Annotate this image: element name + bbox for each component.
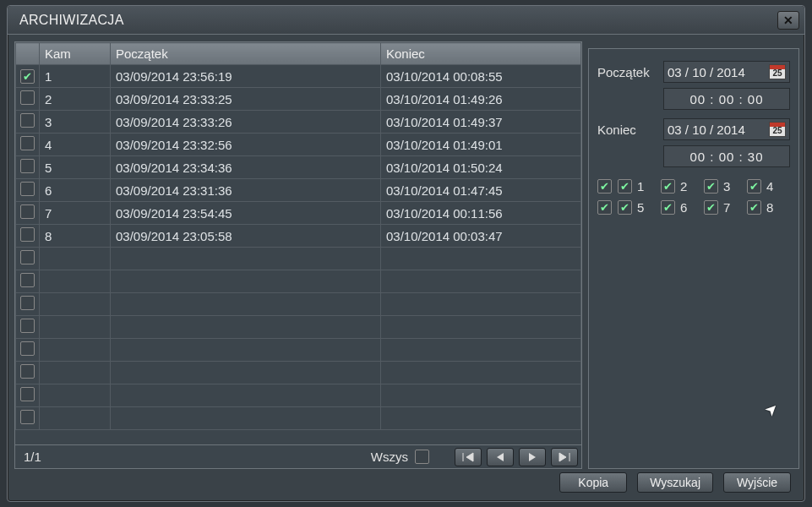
row-checkbox[interactable] [20,364,35,379]
row-checkbox[interactable] [20,273,35,287]
channel-cell: 1 [618,179,661,194]
channel-checkbox[interactable] [704,179,718,194]
row-checkbox[interactable] [20,204,35,219]
table-row[interactable]: 203/09/2014 23:33:2503/10/2014 01:49:26 [16,88,581,111]
cell-end: 03/10/2014 01:49:37 [381,111,581,134]
select-all-label: Wszys [371,450,408,464]
channel-cell: 2 [661,179,704,194]
row-checkbox[interactable] [20,341,35,356]
channel-cell: 4 [747,179,790,194]
row-checkbox[interactable] [20,410,35,424]
header-start[interactable]: Początek [111,43,381,65]
row-checkbox[interactable] [20,319,35,333]
cell-kam: 6 [40,179,111,202]
channel-checkbox[interactable] [618,179,632,194]
table-row-empty [16,316,581,339]
channel-checkbox[interactable] [661,200,675,215]
cell-start: 03/09/2014 23:31:36 [111,179,381,202]
end-time-field[interactable]: 00 : 00 : 30 [663,145,790,167]
copy-button[interactable]: Kopia [559,472,627,493]
cell-kam: 8 [40,225,111,248]
row-checkbox[interactable] [20,159,35,173]
row-checkbox[interactable] [20,136,35,150]
table-row[interactable]: 103/09/2014 23:56:1903/10/2014 00:08:55 [16,65,581,88]
start-time-field[interactable]: 00 : 00 : 00 [663,88,790,110]
end-time-value: 00 : 00 : 30 [689,150,763,164]
table-row[interactable]: 603/09/2014 23:31:3603/10/2014 01:47:45 [16,179,581,202]
table-row[interactable]: 503/09/2014 23:34:3603/10/2014 01:50:24 [16,156,581,179]
table-row[interactable]: 703/09/2014 23:54:4503/10/2014 00:11:56 [16,202,581,225]
cell-end: 03/10/2014 00:11:56 [381,202,581,225]
table-row[interactable]: 403/09/2014 23:32:5603/10/2014 01:49:01 [16,134,581,156]
archive-window: ARCHIWIZACJA ✕ Kam Początek Koniec [7,5,805,502]
cell-kam: 7 [40,202,111,225]
channel-cell: 6 [661,200,704,215]
next-page-button[interactable] [519,448,546,466]
cell-start: 03/09/2014 23:33:25 [111,88,381,111]
first-page-icon [461,452,475,462]
table-header-row: Kam Początek Koniec [16,43,581,65]
cell-end: 03/10/2014 01:49:26 [381,88,581,111]
row-checkbox[interactable] [20,296,35,310]
cell-start: 03/09/2014 23:54:45 [111,202,381,225]
exit-button[interactable]: Wyjście [723,472,791,493]
row-checkbox[interactable] [20,227,35,242]
calendar-icon[interactable]: 25 [769,122,786,137]
cell-end: 03/10/2014 00:08:55 [381,65,581,88]
channel-grid: 12345678 [597,179,790,215]
channel-cell: 3 [704,179,747,194]
prev-page-button[interactable] [487,448,514,466]
calendar-icon[interactable]: 25 [769,64,786,79]
end-date-field[interactable]: 03 / 10 / 2014 25 [663,118,790,140]
cell-end: 03/10/2014 01:49:01 [381,134,581,156]
channel-master-checkbox[interactable] [597,179,612,194]
header-end[interactable]: Koniec [381,43,581,65]
search-button[interactable]: Wyszukaj [637,472,713,493]
row-checkbox[interactable] [20,250,35,264]
row-checkbox[interactable] [20,69,35,84]
row-checkbox[interactable] [20,182,35,196]
channel-checkbox[interactable] [747,200,761,215]
row-checkbox[interactable] [20,113,35,128]
channel-label: 3 [723,179,730,194]
recordings-table-panel: Kam Początek Koniec 103/09/2014 23:56:19… [14,41,582,469]
first-page-button[interactable] [455,448,482,466]
channel-label: 6 [680,200,687,215]
table-row-empty [16,248,581,270]
select-all-checkbox[interactable] [415,450,429,464]
channel-label: 2 [680,179,687,194]
table-row-empty [16,407,581,430]
start-date-field[interactable]: 03 / 10 / 2014 25 [663,61,790,83]
start-date-value: 03 / 10 / 2014 [668,65,745,79]
table-row-empty [16,384,581,407]
last-page-icon [558,452,571,462]
cell-kam: 4 [40,134,111,156]
row-checkbox[interactable] [20,387,35,401]
channel-checkbox[interactable] [618,200,632,215]
table-row[interactable]: 803/09/2014 23:05:5803/10/2014 00:03:47 [16,225,581,248]
recordings-table: Kam Początek Koniec 103/09/2014 23:56:19… [15,42,581,430]
close-icon: ✕ [783,14,793,27]
table-scroll: Kam Początek Koniec 103/09/2014 23:56:19… [15,42,581,444]
cell-start: 03/09/2014 23:32:56 [111,134,381,156]
channel-checkbox[interactable] [747,179,761,194]
row-checkbox[interactable] [20,90,35,105]
last-page-button[interactable] [551,448,578,466]
channel-checkbox[interactable] [661,179,675,194]
channel-master-checkbox[interactable] [597,200,612,215]
next-page-icon [527,452,537,462]
channel-cell: 7 [704,200,747,215]
titlebar: ARCHIWIZACJA ✕ [8,6,804,35]
end-date-value: 03 / 10 / 2014 [668,123,745,137]
channel-checkbox[interactable] [704,200,718,215]
table-footer: 1/1 Wszys [15,444,581,468]
table-row-empty [16,293,581,316]
table-row-empty [16,339,581,362]
cell-kam: 2 [40,88,111,111]
cell-end: 03/10/2014 00:03:47 [381,225,581,248]
header-kam[interactable]: Kam [40,43,111,65]
start-time-value: 00 : 00 : 00 [689,92,763,106]
table-row[interactable]: 303/09/2014 23:33:2603/10/2014 01:49:37 [16,111,581,134]
cell-end: 03/10/2014 01:47:45 [381,179,581,202]
close-button[interactable]: ✕ [777,11,799,30]
